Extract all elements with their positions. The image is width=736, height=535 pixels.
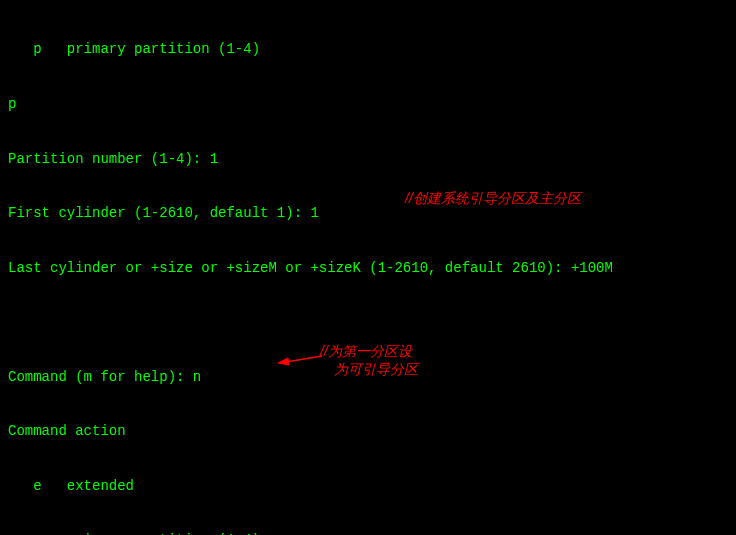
- terminal-line: Last cylinder or +size or +sizeM or +siz…: [8, 259, 728, 277]
- annotation-line: //为第一分区设: [320, 343, 412, 359]
- terminal-output: p primary partition (1-4) p Partition nu…: [0, 0, 736, 535]
- terminal-line: p: [8, 95, 728, 113]
- svg-marker-1: [278, 358, 289, 365]
- terminal-line: First cylinder (1-2610, default 1): 1: [8, 204, 728, 222]
- terminal-line: Partition number (1-4): 1: [8, 150, 728, 168]
- terminal-line: p primary partition (1-4): [8, 40, 728, 58]
- annotation-line: 为可引导分区: [320, 361, 418, 377]
- terminal-line: e extended: [8, 477, 728, 495]
- svg-line-0: [286, 356, 322, 362]
- annotation-bootable-partition: //为第一分区设 为可引导分区: [320, 342, 418, 378]
- terminal-line: p primary partition (1-4): [8, 531, 728, 535]
- annotation-create-partition: //创建系统引导分区及主分区: [405, 189, 581, 207]
- terminal-line: Command action: [8, 422, 728, 440]
- arrow-icon: [278, 352, 322, 366]
- terminal-line: [8, 313, 728, 331]
